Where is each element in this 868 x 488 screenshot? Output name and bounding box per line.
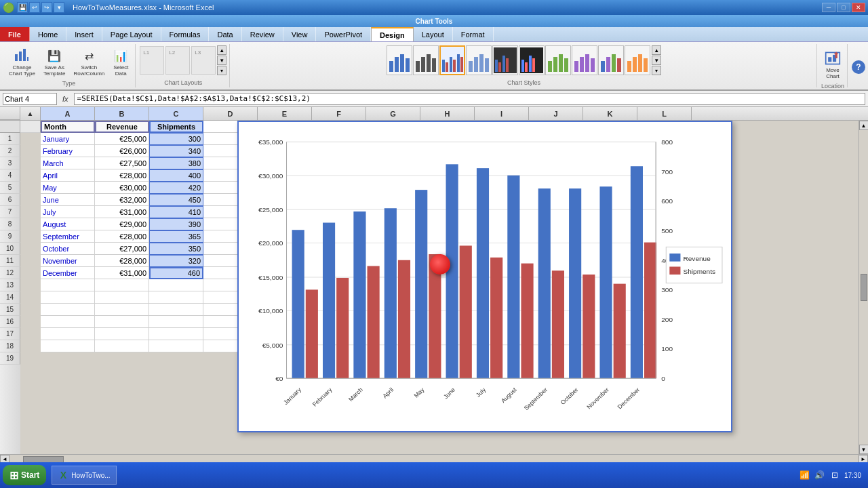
tab-design[interactable]: Design [371,27,414,41]
tab-page-layout[interactable]: Page Layout [102,27,161,41]
tab-data[interactable]: Data [209,27,241,41]
tab-format[interactable]: Format [453,27,494,41]
layout-item-1[interactable]: L1 [140,46,164,75]
chart-style-7[interactable] [545,45,571,75]
cell-ship-apr[interactable]: 400 [149,169,203,182]
row-num-18[interactable]: 18 [0,340,20,352]
select-data-button[interactable]: 📊 SelectData [109,45,132,79]
row-num-16[interactable]: 16 [0,316,20,328]
cell-month-oct[interactable]: October [41,243,95,255]
col-header-h[interactable]: H [420,107,475,120]
row-num-11[interactable]: 11 [0,255,20,267]
style-more[interactable]: ▾ [652,66,661,75]
row-num-15[interactable]: 15 [0,304,20,316]
cell-ship-feb[interactable]: 340 [149,145,203,157]
col-header-j[interactable]: J [529,107,583,120]
cell-month-sep[interactable]: September [41,230,95,243]
cell-ship-may[interactable]: 420 [149,182,203,194]
customize-icon[interactable]: ▾ [54,2,64,13]
cell-rev-mar[interactable]: €27,500 [95,157,149,169]
col-header-k[interactable]: K [583,107,637,120]
row-num-17[interactable]: 17 [0,328,20,340]
cell-rev-feb[interactable]: €26,000 [95,145,149,157]
chart-style-2[interactable] [413,45,439,75]
network-icon[interactable]: 📶 [800,470,810,481]
col-header-e[interactable]: E [258,107,312,120]
row-num-8[interactable]: 8 [0,218,20,230]
chart-style-1[interactable] [387,45,412,75]
tab-layout[interactable]: Layout [414,27,453,41]
switch-row-col-button[interactable]: ⇄ SwitchRow/Column [70,45,108,79]
col-header-d[interactable]: D [203,107,258,120]
row-num-7[interactable]: 7 [0,206,20,218]
chart-style-6[interactable] [519,45,545,75]
cell-ship-aug[interactable]: 390 [149,218,203,230]
vertical-scrollbar[interactable]: ▲ ▼ [859,121,868,454]
row-num-10[interactable]: 10 [0,243,20,255]
name-box[interactable]: Chart 4 [3,93,57,105]
cell-rev-jul[interactable]: €31,000 [95,206,149,218]
cell-month-jun[interactable]: June [41,194,95,206]
cell-ship-jun[interactable]: 450 [149,194,203,206]
chart-container[interactable]: €0 €5,000 €10,000 €15,000 €20,000 €25,00… [237,121,732,432]
cell-rev-sep[interactable]: €28,000 [95,230,149,243]
redo-icon[interactable]: ↪ [41,2,52,13]
layout-scroll-down[interactable]: ▼ [217,56,226,65]
layout-item-3[interactable]: L3 [191,46,216,75]
save-icon[interactable]: 💾 [17,2,28,13]
cell-rev-dec[interactable]: €31,000 [95,267,149,279]
cell-rev-aug[interactable]: €29,000 [95,218,149,230]
col-header-g[interactable]: G [366,107,420,120]
col-header-c[interactable]: C [149,107,203,120]
scrollbar-thumb-h[interactable] [23,456,64,463]
tab-home[interactable]: Home [30,27,66,41]
cell-month-aug[interactable]: August [41,218,95,230]
undo-icon[interactable]: ↩ [29,2,40,13]
scroll-up-button[interactable]: ▲ [859,121,869,130]
save-as-template-button[interactable]: 💾 Save AsTemplate [40,45,68,79]
cell-rev-jun[interactable]: €32,000 [95,194,149,206]
cell-month-mar[interactable]: March [41,157,95,169]
tab-formulas[interactable]: Formulas [161,27,210,41]
layout-scroll-up[interactable]: ▲ [217,45,226,55]
row-num-14[interactable]: 14 [0,291,20,304]
col-header-b[interactable]: B [95,107,149,120]
cell-rev-may[interactable]: €30,000 [95,182,149,194]
chart-style-4[interactable] [466,45,492,75]
cell-month-jan[interactable]: January [41,133,95,145]
cell-month-jul[interactable]: July [41,206,95,218]
cell-rev-apr[interactable]: €28,000 [95,169,149,182]
layout-more[interactable]: ▾ [217,66,226,75]
close-button[interactable]: ✕ [852,3,865,12]
row-num-4[interactable]: 4 [0,169,20,182]
taskbar-excel-item[interactable]: X HowToTwo... [52,466,116,485]
col-header-i[interactable]: I [475,107,529,120]
volume-icon[interactable]: 🔊 [814,470,825,481]
row-num-19[interactable]: 19 [0,352,20,365]
cell-rev-nov[interactable]: €28,000 [95,255,149,267]
col-header-a[interactable]: A [41,107,95,120]
help-button[interactable]: ? [852,60,865,74]
tab-powerpivot[interactable]: PowerPivot [316,27,371,41]
tab-view[interactable]: View [283,27,317,41]
cell-ship-jul[interactable]: 410 [149,206,203,218]
tab-file[interactable]: File [0,27,30,41]
minimize-button[interactable]: ─ [822,3,835,12]
header-month[interactable]: Month [41,121,95,133]
cell-ship-sep[interactable]: 365 [149,230,203,243]
cell-ship-nov[interactable]: 320 [149,255,203,267]
cell-month-apr[interactable]: April [41,169,95,182]
col-header-f[interactable]: F [312,107,366,120]
chart-style-5[interactable] [492,45,518,75]
row-num-6[interactable]: 6 [0,194,20,206]
chart-style-9[interactable] [598,45,624,75]
layout-item-2[interactable]: L2 [165,46,190,75]
scrollbar-thumb-v[interactable] [861,274,867,301]
cell-month-may[interactable]: May [41,182,95,194]
row-num-2[interactable]: 2 [0,145,20,157]
maximize-button[interactable]: □ [837,3,850,12]
start-button[interactable]: ⊞ Start [3,465,46,485]
row-num-12[interactable]: 12 [0,267,20,279]
tab-insert[interactable]: Insert [66,27,102,41]
chart-style-8[interactable] [572,45,597,75]
